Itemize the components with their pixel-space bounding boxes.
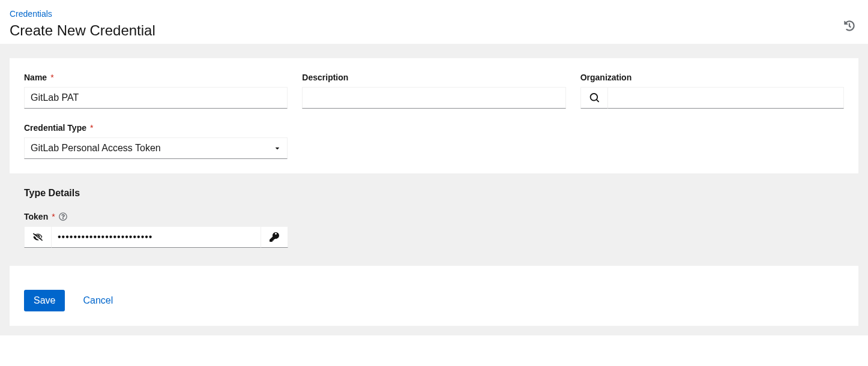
name-label: Name * — [24, 73, 288, 82]
credential-type-select[interactable]: GitLab Personal Access Token — [24, 137, 288, 159]
token-help-button[interactable] — [59, 212, 67, 221]
name-input[interactable] — [24, 87, 288, 109]
field-token: Token * — [24, 212, 288, 248]
field-credential-type: Credential Type * GitLab Personal Access… — [24, 123, 288, 159]
description-label-text: Description — [302, 73, 348, 82]
help-icon — [59, 212, 67, 221]
name-label-text: Name — [24, 73, 47, 82]
field-organization: Organization — [580, 73, 844, 109]
form-card: Name * Description Organization — [10, 58, 858, 326]
credential-type-label: Credential Type * — [24, 123, 288, 133]
organization-label: Organization — [580, 73, 844, 82]
key-icon — [270, 232, 279, 242]
organization-input[interactable] — [608, 87, 844, 109]
type-details-heading: Type Details — [24, 188, 844, 199]
field-description: Description — [302, 73, 565, 109]
cancel-button[interactable]: Cancel — [83, 295, 113, 306]
history-button[interactable] — [840, 17, 858, 37]
description-input[interactable] — [302, 87, 565, 109]
type-details-section: Type Details Token * — [10, 173, 858, 266]
page-title: Create New Credential — [10, 22, 155, 39]
page-header: Credentials Create New Credential — [0, 0, 868, 44]
breadcrumb-credentials[interactable]: Credentials — [10, 9, 52, 19]
credential-type-label-text: Credential Type — [24, 123, 86, 133]
token-key-button[interactable] — [261, 226, 288, 248]
history-icon — [844, 20, 855, 31]
form-footer: Save Cancel — [10, 266, 858, 326]
token-label-text: Token — [24, 212, 48, 221]
save-button[interactable]: Save — [24, 290, 65, 311]
token-label: Token * — [24, 212, 288, 221]
organization-label-text: Organization — [580, 73, 632, 82]
organization-lookup-button[interactable] — [580, 87, 608, 109]
required-indicator: * — [50, 73, 53, 82]
search-icon — [589, 93, 599, 103]
token-visibility-toggle[interactable] — [24, 226, 52, 248]
description-label: Description — [302, 73, 565, 82]
token-input[interactable] — [52, 226, 261, 248]
required-indicator: * — [52, 212, 55, 221]
eye-slash-icon — [33, 232, 43, 242]
field-name: Name * — [24, 73, 288, 109]
required-indicator: * — [90, 123, 93, 133]
